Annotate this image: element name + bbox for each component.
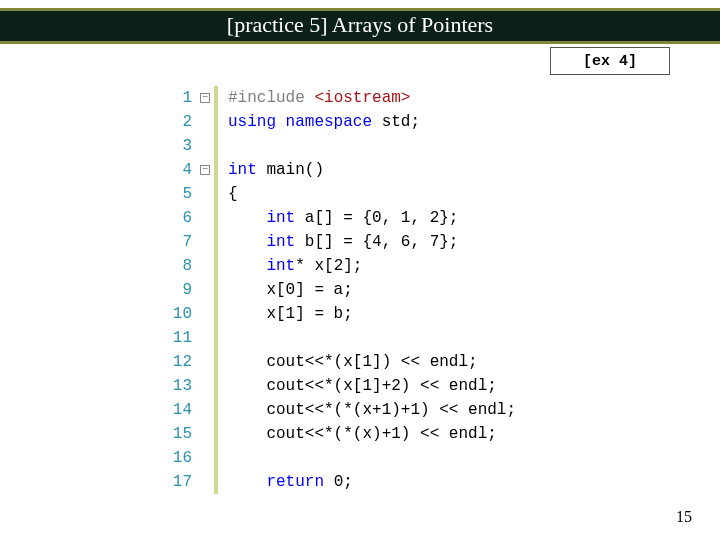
line-number: 6 — [170, 206, 198, 230]
code-line: 5{ — [170, 182, 590, 206]
change-bar — [214, 326, 218, 350]
line-number: 9 — [170, 278, 198, 302]
page-number: 15 — [676, 508, 692, 526]
change-bar — [214, 350, 218, 374]
code-line: 1−#include <iostream> — [170, 86, 590, 110]
line-number: 15 — [170, 422, 198, 446]
code-text: #include <iostream> — [228, 86, 410, 110]
code-text: cout<<*(x[1]) << endl; — [228, 350, 478, 374]
code-line: 16 — [170, 446, 590, 470]
change-bar — [214, 374, 218, 398]
line-number: 14 — [170, 398, 198, 422]
code-text: x[0] = a; — [228, 278, 353, 302]
code-line: 17 return 0; — [170, 470, 590, 494]
code-text: cout<<*(*(x)+1) << endl; — [228, 422, 497, 446]
fold-minus-icon[interactable]: − — [200, 165, 210, 175]
code-line: 12 cout<<*(x[1]) << endl; — [170, 350, 590, 374]
title-accent-top — [0, 8, 720, 11]
code-line: 6 int a[] = {0, 1, 2}; — [170, 206, 590, 230]
code-line: 15 cout<<*(*(x)+1) << endl; — [170, 422, 590, 446]
line-number: 17 — [170, 470, 198, 494]
code-line: 7 int b[] = {4, 6, 7}; — [170, 230, 590, 254]
line-number: 7 — [170, 230, 198, 254]
line-number: 12 — [170, 350, 198, 374]
line-number: 10 — [170, 302, 198, 326]
code-text: return 0; — [228, 470, 353, 494]
line-number: 5 — [170, 182, 198, 206]
line-number: 2 — [170, 110, 198, 134]
title-accent-bottom — [0, 41, 720, 44]
change-bar — [214, 254, 218, 278]
change-bar — [214, 470, 218, 494]
change-bar — [214, 446, 218, 470]
change-bar — [214, 398, 218, 422]
example-label-box: [ex 4] — [550, 47, 670, 75]
code-text: cout<<*(*(x+1)+1) << endl; — [228, 398, 516, 422]
fold-gutter[interactable]: − — [198, 86, 212, 110]
line-number: 11 — [170, 326, 198, 350]
code-line: 13 cout<<*(x[1]+2) << endl; — [170, 374, 590, 398]
line-number: 16 — [170, 446, 198, 470]
change-bar — [214, 86, 218, 110]
code-line: 3 — [170, 134, 590, 158]
code-line: 14 cout<<*(*(x+1)+1) << endl; — [170, 398, 590, 422]
line-number: 4 — [170, 158, 198, 182]
code-line: 4−int main() — [170, 158, 590, 182]
line-number: 1 — [170, 86, 198, 110]
change-bar — [214, 158, 218, 182]
code-text: using namespace std; — [228, 110, 420, 134]
code-line: 10 x[1] = b; — [170, 302, 590, 326]
code-text: int main() — [228, 158, 324, 182]
code-text: int b[] = {4, 6, 7}; — [228, 230, 458, 254]
change-bar — [214, 302, 218, 326]
code-line: 8 int* x[2]; — [170, 254, 590, 278]
code-text: cout<<*(x[1]+2) << endl; — [228, 374, 497, 398]
change-bar — [214, 278, 218, 302]
line-number: 8 — [170, 254, 198, 278]
code-line: 2using namespace std; — [170, 110, 590, 134]
change-bar — [214, 230, 218, 254]
code-line: 9 x[0] = a; — [170, 278, 590, 302]
slide-title: [practice 5] Arrays of Pointers — [0, 12, 720, 38]
fold-minus-icon[interactable]: − — [200, 93, 210, 103]
code-line: 11 — [170, 326, 590, 350]
code-block: 1−#include <iostream>2using namespace st… — [170, 86, 590, 494]
line-number: 13 — [170, 374, 198, 398]
change-bar — [214, 422, 218, 446]
change-bar — [214, 206, 218, 230]
fold-gutter[interactable]: − — [198, 158, 212, 182]
change-bar — [214, 134, 218, 158]
change-bar — [214, 182, 218, 206]
code-text: int* x[2]; — [228, 254, 362, 278]
change-bar — [214, 110, 218, 134]
code-text: int a[] = {0, 1, 2}; — [228, 206, 458, 230]
code-text: x[1] = b; — [228, 302, 353, 326]
line-number: 3 — [170, 134, 198, 158]
code-text: { — [228, 182, 238, 206]
